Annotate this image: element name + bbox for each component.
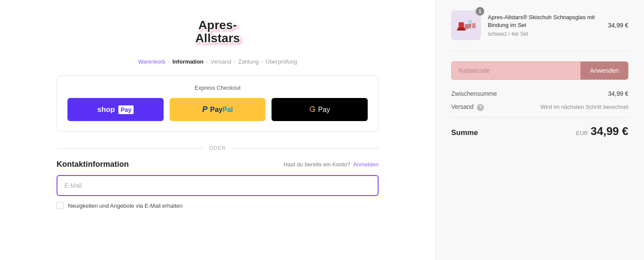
shoppay-label: shop (97, 105, 115, 114)
shoppay-pay-badge: Pay (118, 105, 134, 114)
product-name: Apres-Allstars® Skischuh Schnapsglas mit… (488, 14, 601, 29)
product-image-wrapper: 1 (451, 10, 481, 40)
svg-text:Allstars: Allstars (195, 31, 240, 45)
oder-divider: ODER (57, 145, 379, 151)
paypal-p-icon: P (202, 105, 208, 114)
total-label: Summe (451, 128, 478, 137)
subtotal-label: Zwischensumme (451, 90, 497, 97)
product-image (451, 10, 481, 40)
chevron-icon-1: › (168, 59, 170, 65)
total-row: Summe EUR 34,99 € (451, 125, 628, 138)
svg-rect-9 (472, 23, 476, 28)
divider-line (451, 117, 628, 118)
gpay-button[interactable]: G Pay (272, 98, 368, 121)
svg-rect-8 (465, 24, 469, 29)
newsletter-row: Neuigkeiten und Angebote via E-Mail erha… (57, 202, 379, 209)
paypal-label: PayPal (210, 106, 233, 114)
login-link[interactable]: Anmelden (353, 161, 379, 168)
newsletter-checkbox[interactable] (57, 202, 64, 209)
breadcrumb: Warenkorb › Information › Versand › Zahl… (138, 58, 297, 65)
brand-logo: Apres- Allstars (191, 13, 244, 47)
breadcrumb-uberpruefung: Überprüfung (266, 58, 297, 65)
email-input[interactable] (64, 182, 371, 189)
svg-rect-4 (457, 29, 466, 30)
contact-title: Kontaktinformation (57, 160, 129, 169)
svg-rect-6 (469, 27, 471, 28)
discount-row: Anwenden (451, 61, 628, 80)
chevron-icon-2: › (206, 59, 208, 65)
product-image-svg (455, 14, 477, 36)
express-checkout-title: Express Checkout (67, 84, 368, 91)
subtotal-value: 34,99 € (608, 90, 628, 97)
breadcrumb-warenkorb[interactable]: Warenkorb (138, 58, 165, 65)
product-item: 1 Apres-Allstars® Skischuh Schnapsglas m… (451, 10, 628, 51)
breadcrumb-information: Information (172, 58, 204, 65)
login-hint: Hast du bereits ein Konto? Anmelden (284, 161, 379, 168)
product-price: 34,99 € (608, 22, 628, 29)
product-variant: schwarz / 4er Set (488, 31, 601, 37)
logo-box: Apres- Allstars (189, 10, 246, 50)
shoppay-button[interactable]: shop Pay (67, 98, 164, 121)
newsletter-label: Neuigkeiten und Angebote via E-Mail erha… (68, 203, 183, 209)
chevron-icon-3: › (234, 59, 236, 65)
total-value: 34,99 € (590, 125, 628, 138)
breadcrumb-zahlung: Zahlung (238, 58, 259, 65)
total-amount: EUR 34,99 € (576, 125, 628, 138)
shipping-label: Versand ? (451, 103, 484, 111)
subtotal-row: Zwischensumme 34,99 € (451, 90, 628, 97)
shipping-note: Wird im nächsten Schritt berechnet (540, 104, 628, 110)
logo-area: Apres- Allstars (189, 10, 246, 50)
svg-text:Apres-: Apres- (198, 18, 237, 32)
express-checkout-box: Express Checkout shop Pay P PayPal G Pay (57, 75, 379, 132)
left-panel: Apres- Allstars Warenkorb › Information … (0, 0, 435, 260)
discount-apply-button[interactable]: Anwenden (580, 61, 628, 80)
email-input-wrapper[interactable] (57, 175, 379, 196)
express-checkout-buttons: shop Pay P PayPal G Pay (67, 98, 368, 121)
summary-section: Zwischensumme 34,99 € Versand ? Wird im … (451, 90, 628, 250)
right-panel: 1 Apres-Allstars® Skischuh Schnapsglas m… (435, 0, 644, 260)
contact-section: Kontaktinformation Hast du bereits ein K… (57, 160, 379, 209)
shipping-row: Versand ? Wird im nächsten Schritt berec… (451, 103, 628, 111)
product-badge: 1 (476, 7, 484, 16)
oder-label: ODER (209, 145, 226, 151)
discount-input[interactable] (451, 61, 580, 80)
breadcrumb-versand: Versand (211, 58, 231, 65)
chevron-icon-4: › (262, 59, 263, 65)
product-info: Apres-Allstars® Skischuh Schnapsglas mit… (488, 14, 601, 37)
paypal-button[interactable]: P PayPal (170, 98, 266, 121)
gpay-pay-label: Pay (318, 106, 330, 114)
shipping-help-icon[interactable]: ? (477, 104, 484, 111)
contact-header: Kontaktinformation Hast du bereits ein K… (57, 160, 379, 169)
total-currency: EUR (576, 130, 588, 136)
svg-marker-7 (469, 24, 471, 27)
google-g-icon: G (309, 105, 315, 114)
